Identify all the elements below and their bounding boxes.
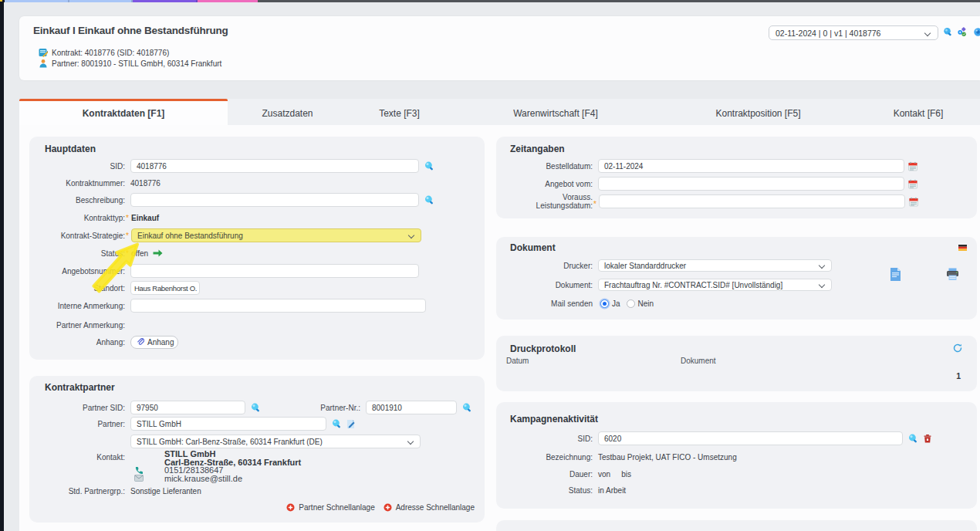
column-header-dokument: Dokument: [681, 357, 716, 365]
tab-label: Kontraktdaten [F1]: [83, 108, 165, 119]
refresh-icon[interactable]: [953, 343, 962, 353]
angebotsnummer-input[interactable]: [130, 264, 419, 278]
radio-ja-label: Ja: [612, 299, 620, 308]
page-number[interactable]: 1: [956, 371, 961, 380]
search-icon[interactable]: [251, 403, 261, 413]
field-label: Partner:: [29, 420, 125, 428]
search-icon[interactable]: [424, 161, 434, 171]
partner-info-line: Partner: 8001910 - STILL GmbH, 60314 Fra…: [39, 59, 221, 68]
search-icon[interactable]: [908, 434, 918, 444]
angebot-vom-input[interactable]: [598, 177, 904, 191]
tab-label: Kontakt [F6]: [894, 108, 944, 119]
row-bezeichnung: Bezeichnung: Testbau Projekt, UAT FICO -…: [496, 450, 977, 464]
field-label: Status:: [496, 486, 593, 495]
field-label: Kontraktnummer:: [29, 179, 125, 188]
field-label: Angebotsnummer:: [29, 267, 125, 276]
beschreibung-input[interactable]: [130, 193, 419, 207]
workflow-icon[interactable]: [957, 27, 967, 37]
adresse-schnellanlage-link[interactable]: Adresse Schnellanlage: [396, 503, 475, 512]
panel-title: Hauptdaten: [45, 144, 96, 154]
required-asterisk: *: [126, 232, 131, 240]
field-label: Standort:: [29, 284, 125, 293]
browser-tab-1[interactable]: [5, 0, 68, 2]
browser-tab-3[interactable]: [133, 0, 196, 2]
chevron-down-icon: [819, 262, 826, 269]
anhang-button[interactable]: Anhang: [130, 336, 178, 349]
row-kampagne-status: Status: in Arbeit: [496, 483, 977, 497]
partner-schnellanlage-link[interactable]: Partner Schnellanlage: [299, 503, 374, 512]
german-flag-icon[interactable]: [958, 245, 967, 251]
search-icon[interactable]: [424, 195, 434, 205]
row-interne-anmerkung: Interne Anmerkung:: [29, 299, 485, 313]
document-preview-icon[interactable]: [890, 267, 901, 282]
sid-input[interactable]: 4018776: [130, 159, 419, 173]
partner-nr-value: 8001910: [372, 404, 402, 412]
field-label: Bestelldatum:: [496, 162, 593, 171]
partner-nr-input[interactable]: 8001910: [366, 401, 457, 414]
partner-input[interactable]: STILL GmbH: [130, 417, 326, 431]
partner-sid-value: 97950: [137, 404, 158, 412]
printer-icon[interactable]: [946, 268, 959, 281]
status-forward-icon[interactable]: [153, 249, 163, 257]
field-label: Partner Anmerkung:: [29, 321, 125, 330]
version-select[interactable]: 02-11-2024 | 0 | v1 | 4018776: [769, 25, 938, 40]
panel-kampagne: Kampagnenaktivität SID: 6020 Bezeichnung…: [496, 402, 977, 509]
field-label: SID:: [496, 435, 593, 443]
delete-icon[interactable]: [924, 434, 931, 443]
edit-document-icon[interactable]: [346, 419, 356, 429]
search-icon[interactable]: [332, 419, 342, 429]
standort-input[interactable]: Haus Rabenhorst O.: [130, 281, 200, 295]
anhang-button-label: Anhang: [147, 338, 174, 347]
row-dokument: Dokument: Frachtauftrag Nr. #CONTRACT.SI…: [496, 279, 977, 291]
calendar-icon[interactable]: [908, 179, 917, 189]
tab-kontraktposition[interactable]: Kontraktposition [F5]: [660, 99, 857, 125]
leistungsdatum-input[interactable]: [599, 194, 905, 208]
drucker-select[interactable]: lokaler Standarddrucker: [598, 259, 832, 272]
field-label: Interne Anmerkung:: [29, 302, 125, 310]
interne-anmerkung-input[interactable]: [130, 299, 426, 313]
panel-title: Druckprotokoll: [510, 343, 576, 354]
partner-value: STILL GmbH: [137, 420, 181, 428]
calendar-icon[interactable]: [908, 161, 917, 171]
paperclip-icon: [137, 338, 144, 346]
browser-tab-4[interactable]: [198, 0, 258, 2]
dokument-select[interactable]: Frachtauftrag Nr. #CONTRACT.SID# [Unvoll…: [598, 279, 832, 291]
zoom-tool-icon[interactable]: [943, 27, 953, 37]
radio-ja[interactable]: [600, 299, 609, 308]
address-select[interactable]: STILL GmbH: Carl-Benz-Straße, 60314 Fran…: [130, 435, 421, 448]
tab-zusatzdaten[interactable]: Zusatzdaten: [228, 99, 347, 125]
browser-tab-2[interactable]: [69, 0, 131, 2]
tab-kontakt[interactable]: Kontakt [F6]: [857, 99, 980, 125]
field-label: Anhang:: [29, 338, 125, 347]
radio-nein[interactable]: [627, 299, 635, 308]
field-label: Kontakt:: [29, 453, 125, 462]
strategie-select[interactable]: Einkauf ohne Bestandsführung: [131, 228, 421, 242]
panel-title: Dokument: [510, 242, 556, 253]
partner-sid-input[interactable]: 97950: [130, 401, 245, 414]
row-partner-sid: Partner SID: 97950 Partner-Nr.: 8001910: [29, 401, 485, 414]
search-icon[interactable]: [462, 403, 472, 413]
row-partner-address: STILL GmbH: Carl-Benz-Straße, 60314 Fran…: [29, 435, 485, 448]
row-kampagne-sid: SID: 6020: [496, 431, 977, 445]
page-title: Einkauf I Einkauf ohne Bestandsführung: [33, 25, 228, 36]
phone-icon[interactable]: [135, 466, 144, 475]
kontrakttyp-value: Einkauf: [131, 214, 159, 222]
bestelldatum-input[interactable]: 02-11-2024: [598, 159, 904, 173]
field-label: Dauer:: [496, 470, 593, 479]
status-value: offen: [131, 249, 148, 258]
info-icon[interactable]: [973, 27, 980, 37]
row-beschreibung: Beschreibung:: [29, 193, 485, 207]
dokument-value: Frachtauftrag Nr. #CONTRACT.SID# [Unvoll…: [604, 281, 782, 289]
label-line1: Vorauss.: [563, 193, 593, 201]
panel-dokument: Dokument Drucker: lokaler Standarddrucke…: [496, 237, 977, 320]
calendar-icon[interactable]: [909, 197, 918, 207]
tab-kontraktdaten[interactable]: Kontraktdaten [F1]: [19, 99, 228, 125]
tab-texte[interactable]: Texte [F3]: [347, 99, 451, 125]
row-kontraktnummer: Kontraktnummer: 4018776: [29, 176, 485, 190]
tab-label: Warenwirtschaft [F4]: [513, 108, 598, 119]
chevron-down-icon: [925, 30, 931, 36]
email-icon[interactable]: [134, 475, 144, 482]
tab-warenwirtschaft[interactable]: Warenwirtschaft [F4]: [451, 99, 660, 125]
panel-kontraktpartner: Kontraktpartner Partner SID: 97950 Partn…: [29, 376, 485, 523]
kampagne-sid-input[interactable]: 6020: [598, 431, 903, 445]
